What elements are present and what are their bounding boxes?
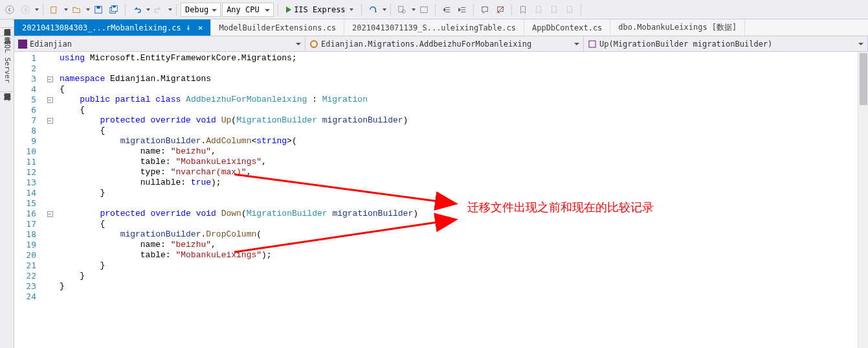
main-toolbar: Debug Any CPU IIS Express [0,0,868,19]
bookmark-next-button[interactable] [547,3,561,17]
file-tab-label: 20210413084303_...rMobanleixing.cs [22,23,181,32]
file-tab[interactable]: dbo.MobankuLeixings [数据] [610,19,745,36]
side-tab-toolbox[interactable]: 工具箱 [0,28,14,36]
method-icon [588,40,597,49]
file-tab-label: AppDbContext.cs [532,23,602,32]
nav-project-label: Edianjian [30,40,72,49]
fold-toggle[interactable]: − [47,76,53,82]
close-icon[interactable]: × [198,23,203,32]
nav-member-label: Up(MigrationBuilder migrationBuilder) [599,40,772,49]
fold-toggle[interactable]: − [47,118,53,124]
fold-toggle[interactable]: − [47,97,53,103]
browser-refresh-dropdown[interactable] [383,8,386,11]
open-button[interactable] [69,3,83,17]
nav-project-combo[interactable]: Edianjian [14,36,306,51]
scrollbar-thumb[interactable] [860,53,867,105]
file-tab-active[interactable]: 20210413084303_...rMobanleixing.cs × [14,19,211,36]
svg-rect-8 [398,6,403,12]
new-item-dropdown[interactable] [64,8,68,11]
file-tab[interactable]: ModelBuilderExtensions.cs [211,19,344,36]
play-icon [286,6,291,13]
bookmark-prev-button[interactable] [531,3,546,17]
nav-member-combo[interactable]: Up(MigrationBuilder migrationBuilder) [584,36,868,51]
fold-toggle[interactable]: − [47,211,53,217]
nav-class-combo[interactable]: Edianjian.Migrations.AddbeizhuForMobanle… [306,36,584,51]
bookmark-button[interactable] [516,3,530,17]
svg-rect-12 [18,40,27,49]
redo-dropdown[interactable] [168,8,172,11]
undo-button[interactable] [129,3,144,17]
bookmark-clear-button[interactable] [562,3,577,17]
svg-line-11 [496,6,504,13]
vertical-scrollbar[interactable] [858,52,868,348]
svg-rect-4 [96,6,100,8]
open-dropdown[interactable] [86,8,90,11]
svg-point-9 [402,10,405,13]
save-button[interactable] [91,3,106,17]
nav-back-button[interactable] [3,3,17,17]
code-nav-bar: Edianjian Edianjian.Migrations.Addbeizhu… [14,36,868,52]
svg-point-13 [311,41,317,47]
nav-forward-button[interactable] [18,3,32,17]
find-in-files-button[interactable] [395,3,409,17]
csharp-project-icon [18,40,27,49]
svg-point-1 [21,5,29,13]
uncomment-button[interactable] [493,3,507,17]
find-dropdown[interactable] [412,8,416,11]
solution-config-combo[interactable]: Debug [181,3,221,17]
file-tab[interactable]: 20210413071139_S...uleixingTable.cs [344,19,524,36]
undo-dropdown[interactable] [146,8,150,11]
side-tab-sql-server[interactable]: SQL Server 对象资源管理器 [0,36,14,92]
svg-point-0 [6,5,14,13]
run-label: IIS Express [294,5,345,14]
indent-button[interactable] [455,3,469,17]
svg-rect-10 [420,6,427,12]
comment-out-button[interactable] [417,3,431,17]
solution-config-value: Debug [185,5,208,14]
class-icon [309,40,318,49]
pin-icon[interactable] [185,25,192,31]
nav-class-label: Edianjian.Migrations.AddbeizhuForMobanle… [321,40,531,49]
file-tab-label: dbo.MobankuLeixings [数据] [618,22,737,33]
document-tabs: 20210413084303_...rMobanleixing.cs × Mod… [14,19,868,36]
file-tab[interactable]: AppDbContext.cs [524,19,610,36]
run-button[interactable]: IIS Express [282,3,357,17]
side-tool-tabs: 服务器资源管理器 工具箱 SQL Server 对象资源管理器 [0,19,14,348]
new-item-button[interactable] [47,3,61,17]
redo-button[interactable] [151,3,166,17]
svg-rect-7 [113,5,115,7]
svg-rect-2 [51,6,56,13]
solution-platform-value: Any CPU [227,5,260,14]
code-editor[interactable]: 123456789101112131415161718192021222324 … [14,52,868,348]
line-number-gutter: 123456789101112131415161718192021222324 [14,52,44,348]
save-all-button[interactable] [107,3,121,17]
solution-platform-combo[interactable]: Any CPU [222,3,274,17]
code-body[interactable]: using Microsoft.EntityFrameworkCore.Migr… [56,52,858,348]
svg-rect-14 [589,41,595,47]
file-tab-label: 20210413071139_S...uleixingTable.cs [352,23,516,32]
browser-refresh-button[interactable] [366,3,380,17]
outdent-button[interactable] [440,3,454,17]
nav-history-dropdown[interactable] [35,8,39,11]
comment-button[interactable] [478,3,492,17]
file-tab-label: ModelBuilderExtensions.cs [219,23,336,32]
run-dropdown[interactable] [350,8,353,11]
side-tab-server-explorer[interactable]: 服务器资源管理器 [0,19,14,28]
fold-gutter: −−−− [44,52,56,348]
